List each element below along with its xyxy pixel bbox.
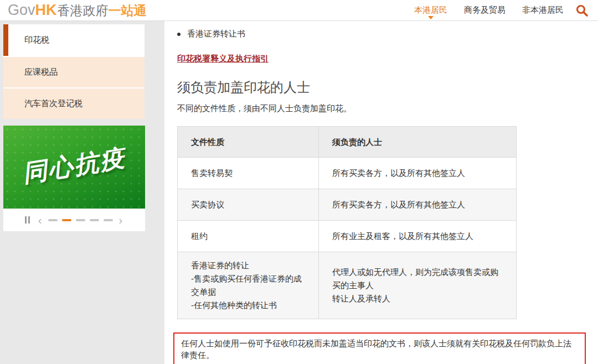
cell-document: 香港证券的转让 -售卖或购买任何香港证券的成交单据 -任何其他种类的转让书 <box>178 252 319 319</box>
left-column: 印花税 应课税品 汽车首次登记税 同心抗疫 ‹ › <box>0 21 164 364</box>
sidebar-item-label: 汽车首次登记税 <box>24 98 83 109</box>
logo-hk: HK <box>35 3 57 18</box>
carousel-dash-2-active[interactable] <box>62 219 71 221</box>
carousel-dash-5[interactable] <box>104 219 113 221</box>
search-button[interactable] <box>575 3 589 18</box>
sidebar-item-dutiable-commodities[interactable]: 应课税品 <box>3 56 145 87</box>
logo-chinese: 香港政府 <box>58 4 109 17</box>
nav-local-residents[interactable]: 本港居民 <box>414 2 447 19</box>
top-navigation: 本港居民 商务及贸易 非本港居民 <box>414 2 564 19</box>
banner-slogan: 同心抗疫 <box>3 138 145 193</box>
sidebar-item-motor-vehicle-tax[interactable]: 汽车首次登记税 <box>3 87 145 119</box>
table-row: 售卖转易契 所有买卖各方，以及所有其他签立人 <box>178 158 517 189</box>
carousel-dash-4[interactable] <box>90 219 99 221</box>
column-header-document-nature: 文件性质 <box>178 127 319 158</box>
column-header-liable-person: 须负责的人士 <box>319 127 517 158</box>
sidebar-item-label: 印花税 <box>24 35 49 45</box>
legal-liability-notice: 任何人士如使用一份可予征收印花税而未加盖适当印花的文书，则该人士须就有关印花税及… <box>173 332 586 364</box>
top-header: GovHK香港政府一站通 本港居民 商务及贸易 非本港居民 <box>0 0 598 21</box>
carousel-indicators <box>48 219 113 221</box>
cell-person: 所有业主及租客，以及所有其他签立人 <box>319 221 517 252</box>
carousel-dash-3[interactable] <box>76 219 85 221</box>
cell-person: 代理人或如无代理人，则为完成该项售卖或购买的主事人 转让人及承转人 <box>319 252 517 319</box>
logo-suffix: 一站通 <box>109 4 147 17</box>
cell-document: 租约 <box>178 221 319 252</box>
nav-non-residents[interactable]: 非本港居民 <box>522 2 564 19</box>
main-content: 香港证券转让书 印花税署释义及执行指引 须负责加盖印花的人士 不同的文件性质，须… <box>164 21 598 364</box>
govhk-logo[interactable]: GovHK香港政府一站通 <box>8 3 147 18</box>
cell-document: 买卖协议 <box>178 189 319 221</box>
sidebar-item-stamp-duty[interactable]: 印花税 <box>3 24 145 56</box>
interpretation-guidelines-link[interactable]: 印花税署释义及执行指引 <box>177 54 269 64</box>
chevron-right-icon[interactable]: › <box>118 215 124 226</box>
table-header-row: 文件性质 须负责的人士 <box>178 127 517 158</box>
pause-icon[interactable] <box>25 216 30 223</box>
table-row: 香港证券的转让 -售卖或购买任何香港证券的成交单据 -任何其他种类的转让书 代理… <box>178 252 517 319</box>
bullet-icon <box>177 33 181 36</box>
page-title: 须负责加盖印花的人士 <box>177 79 586 96</box>
page-body: 印花税 应课税品 汽车首次登记税 同心抗疫 ‹ › <box>0 21 598 364</box>
carousel-controls: ‹ › <box>3 209 145 231</box>
nav-business-trade[interactable]: 商务及贸易 <box>464 2 506 19</box>
promo-banner-anti-epidemic[interactable]: 同心抗疫 <box>3 126 145 209</box>
cell-document: 售卖转易契 <box>178 158 319 189</box>
table-row: 租约 所有业主及租客，以及所有其他签立人 <box>178 221 517 252</box>
list-item-hk-stock-instrument: 香港证券转让书 <box>177 29 586 39</box>
table-row: 买卖协议 所有买卖各方，以及所有其他签立人 <box>178 189 517 221</box>
logo-gov: Gov <box>8 3 35 18</box>
carousel-dash-1[interactable] <box>48 219 58 221</box>
chevron-left-icon[interactable]: ‹ <box>37 215 43 226</box>
sidebar-menu: 印花税 应课税品 汽车首次登记税 <box>3 24 145 119</box>
cell-person: 所有买卖各方，以及所有其他签立人 <box>319 189 517 221</box>
bullet-text: 香港证券转让书 <box>187 29 245 39</box>
liable-persons-table: 文件性质 须负责的人士 售卖转易契 所有买卖各方，以及所有其他签立人 买卖协议 … <box>177 126 517 319</box>
search-icon <box>575 4 589 17</box>
cell-person: 所有买卖各方，以及所有其他签立人 <box>319 158 517 189</box>
sidebar-item-label: 应课税品 <box>24 67 58 77</box>
intro-paragraph: 不同的文件性质，须由不同人士负责加盖印花。 <box>177 103 586 114</box>
